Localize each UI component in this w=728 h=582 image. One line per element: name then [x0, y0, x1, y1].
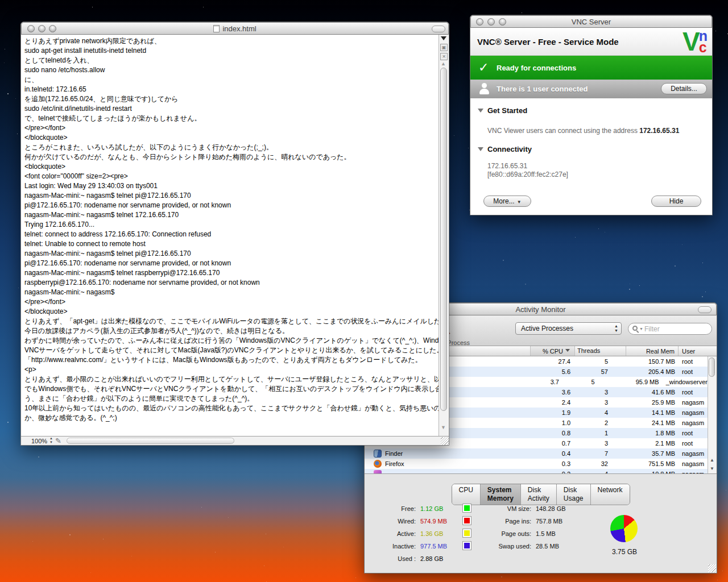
zoom-stepper-icon[interactable]: ▲▼: [49, 436, 53, 444]
free-swatch: [462, 504, 471, 513]
editor-text-line: pi@172.16.65.170: nodename nor servname …: [24, 201, 437, 210]
process-cpu: 1.9: [531, 408, 575, 418]
process-table-scrollbar[interactable]: ▲ ▼: [708, 356, 716, 473]
process-threads: 2: [575, 418, 626, 428]
column-header-user[interactable]: User: [679, 346, 717, 356]
process-user: nagasm: [679, 448, 708, 459]
vnc-titlebar[interactable]: VNC Server: [470, 15, 712, 28]
resize-grip[interactable]: [708, 564, 716, 572]
vnc-server-window: VNC Server VNC® Server - Free - Service …: [470, 15, 713, 215]
more-button[interactable]: More...▼: [483, 196, 531, 207]
edit-pencil-icon[interactable]: ✎: [55, 436, 61, 445]
process-threads: 32: [575, 459, 626, 469]
process-cpu: 0.8: [531, 428, 575, 438]
system-stats-panel: CPUSystem MemoryDisk ActivityDisk UsageN…: [365, 473, 717, 573]
more-dropdown-icon: ▼: [517, 199, 522, 205]
hide-button[interactable]: Hide: [651, 196, 701, 207]
scrollbar-thumb[interactable]: [709, 357, 715, 377]
process-user: _windowserver: [663, 377, 708, 387]
process-user: root: [679, 387, 708, 397]
editor-text-line: Trying 172.16.65.170...: [24, 220, 437, 230]
horizontal-scrollbar-thumb[interactable]: [67, 438, 234, 444]
active-label: Active:: [365, 530, 416, 537]
scroll-up-arrow-icon[interactable]: ▲: [441, 61, 446, 66]
process-threads: 3: [575, 438, 626, 448]
scroll-up-arrow-icon[interactable]: ▲: [708, 456, 716, 464]
user-icon: [479, 82, 490, 95]
process-row[interactable]: 0.2410.8 MBnagasm: [365, 469, 708, 473]
process-cpu: 0.2: [531, 469, 575, 473]
process-row[interactable]: Firefox0.332751.5 MBnagasm: [365, 459, 708, 469]
process-cpu: 5.6: [531, 367, 575, 377]
sort-descending-icon: [565, 349, 570, 354]
editor-text-line: in.telnetd: 172.16.65: [24, 85, 437, 94]
vnc-logo: V n c: [682, 30, 708, 53]
show-processes-dropdown[interactable]: Active Processes ▲▼: [515, 322, 622, 335]
scroll-down-arrow-icon[interactable]: ▼: [708, 464, 716, 473]
mode-menu-icon[interactable]: [441, 36, 446, 43]
process-real-mem: 10.8 MB: [626, 469, 679, 473]
search-icon: [632, 326, 638, 331]
editor-text-line: Last login: Wed May 29 13:40:03 on ttys0…: [24, 181, 437, 191]
used-label: Used :: [365, 555, 416, 562]
process-user: nagasm: [679, 469, 708, 473]
filter-input[interactable]: [644, 325, 708, 333]
scrollbar-thumb[interactable]: [440, 68, 447, 411]
editor-text-line: <blockquote>: [24, 162, 437, 172]
scroll-down-arrow-icon[interactable]: ▼: [441, 425, 446, 430]
process-threads: 4: [575, 469, 626, 473]
connected-status-text: There is 1 user connected: [497, 85, 588, 93]
free-label: Free:: [365, 505, 416, 512]
process-user: root: [679, 438, 708, 448]
editor-text-line: sudo /etc/init.d/inetutils-inetd restart: [24, 104, 437, 114]
connectivity-disclosure-icon[interactable]: [478, 147, 483, 154]
tab-cpu[interactable]: CPU: [452, 484, 480, 505]
editor-text-line: 10年以上前から知ってはいたものの、最近のパソコンの高性能化もあって、ここまでサ…: [24, 404, 437, 413]
resize-grip[interactable]: [441, 437, 449, 445]
filter-field[interactable]: ▼: [628, 323, 712, 335]
editor-text-line: 「http://www.realvnc.com/」というサイトには、Mac版もW…: [24, 355, 437, 365]
firefox-icon: [374, 460, 382, 468]
process-real-mem: 1.8 MB: [626, 428, 679, 438]
column-header-real-mem[interactable]: Real Mem: [626, 346, 679, 356]
editor-text-line: 何かが欠けているのだが、なんとも、今日からシトシト降り始めた梅雨のように、晴れな…: [24, 152, 437, 162]
editor-text-line: nagasm-Mac-mini:~ nagasm$ telnet raspber…: [24, 268, 437, 278]
document-icon: [213, 25, 220, 32]
column-header-threads[interactable]: Threads: [575, 346, 626, 356]
editor-scroll-rail: ▣ ✕ ▲ ▼: [439, 35, 448, 436]
editor-text-line: を追加(172.16.65.0/24、と同じ意味です)してから: [24, 94, 437, 104]
get-started-text: VNC Viewer users can connect using the a…: [487, 127, 679, 135]
wired-value: 574.9 MB: [420, 518, 465, 525]
zoom-level[interactable]: 100%: [31, 438, 47, 444]
editor-text-line: とりあえずprivate network内限定であれば、: [24, 36, 437, 46]
column-header-cpu[interactable]: % CPU: [531, 346, 575, 356]
split-view-icon[interactable]: ▣: [440, 44, 448, 51]
editor-text-area[interactable]: とりあえずprivate network内限定であれば、sudo apt-get…: [22, 35, 439, 436]
process-user: nagasm: [679, 408, 708, 418]
editor-window-title: index.html: [22, 24, 448, 33]
toolbar-toggle-pill[interactable]: [698, 306, 712, 313]
connectivity-title: Connectivity: [487, 145, 532, 153]
process-row[interactable]: Finder0.4735.7 MBnagasm: [365, 448, 708, 459]
process-cpu: 0.7: [531, 438, 575, 448]
inactive-value: 977.5 MB: [420, 543, 465, 550]
tab-disk-usage[interactable]: Disk Usage: [557, 484, 591, 505]
editor-titlebar[interactable]: index.html: [21, 22, 449, 35]
tab-system-memory[interactable]: System Memory: [481, 484, 521, 505]
editor-text-line: か、微妙な感覚である。(^_^;): [24, 413, 437, 423]
get-started-title: Get Started: [487, 106, 527, 115]
editor-text-line: </pre></font>: [24, 297, 437, 307]
editor-text-line: </pre></font>: [24, 123, 437, 133]
process-real-mem: 24.1 MB: [626, 418, 679, 428]
ipv6-address: [fe80::d69a:20ff:fec2:c27e]: [487, 171, 568, 178]
toolbar-toggle-pill[interactable]: [432, 26, 445, 32]
process-threads: 4: [575, 408, 626, 418]
page-ins-label: Page ins:: [480, 518, 531, 525]
ipv4-address: 172.16.65.31: [487, 162, 527, 170]
process-real-mem: 35.7 MB: [626, 448, 679, 459]
details-button[interactable]: Details...: [661, 83, 707, 94]
tab-disk-activity[interactable]: Disk Activity: [521, 484, 557, 505]
close-pane-icon[interactable]: ✕: [440, 53, 448, 60]
tab-network[interactable]: Network: [591, 484, 630, 505]
get-started-disclosure-icon[interactable]: [478, 109, 483, 115]
